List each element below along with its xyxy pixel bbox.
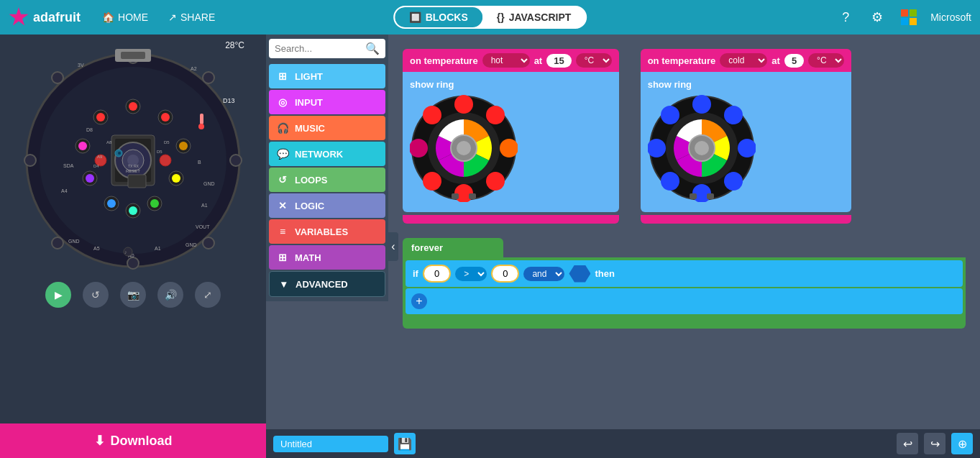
add-statement-button[interactable]: + <box>411 293 427 309</box>
tool-input-button[interactable]: ◎ INPUT <box>269 90 385 114</box>
redo-button[interactable]: ↪ <box>924 433 945 454</box>
share-icon: ↗ <box>168 12 177 23</box>
svg-text:D5: D5 <box>164 140 170 145</box>
hot-block-header: on temperature hot warm cold at 15 °C °F <box>403 49 619 72</box>
cold-unit-dropdown[interactable]: °C °F <box>808 53 844 68</box>
svg-text:A9: A9 <box>97 155 103 159</box>
variables-icon: ≡ <box>276 225 289 238</box>
blocks-area: on temperature hot warm cold at 15 °C °F… <box>403 49 966 224</box>
tool-light-button[interactable]: ⊞ LIGHT <box>269 64 385 88</box>
svg-text:GND: GND <box>186 242 197 247</box>
tool-network-button[interactable]: 💬 NETWORK <box>269 142 385 166</box>
home-nav-item[interactable]: 🏠 HOME <box>95 9 155 26</box>
svg-point-71 <box>454 95 473 114</box>
hot-condition-dropdown[interactable]: hot warm cold <box>482 53 530 68</box>
svg-point-9 <box>52 72 63 83</box>
svg-point-55 <box>118 152 121 155</box>
if-value1: 0 <box>423 265 451 283</box>
svg-point-78 <box>423 106 441 124</box>
cold-block-header: on temperature cold hot warm at 5 °C °F <box>641 49 851 72</box>
svg-point-88 <box>724 172 743 191</box>
hot-show-ring-block: show ring <box>403 72 619 212</box>
svg-rect-82 <box>469 193 476 199</box>
svg-text:A5: A5 <box>93 246 100 251</box>
tool-advanced-label: ADVANCED <box>296 279 348 290</box>
svg-point-18 <box>161 113 170 122</box>
main-layout: 28°C D13 3V A2 <box>0 35 980 458</box>
tool-advanced-button[interactable]: ▾ ADVANCED <box>269 271 385 297</box>
search-input[interactable] <box>275 43 362 54</box>
svg-point-77 <box>410 139 428 157</box>
and-dropdown[interactable]: and or <box>523 267 564 281</box>
svg-text:SDA: SDA <box>63 163 74 168</box>
search-box[interactable]: 🔍 <box>269 39 385 58</box>
tab-group: 🔲 BLOCKS {} JAVASCRIPT <box>393 6 587 29</box>
svg-point-90 <box>661 172 679 191</box>
share-nav-item[interactable]: ↗ SHARE <box>161 9 222 26</box>
loops-icon: ↺ <box>276 173 289 186</box>
svg-rect-96 <box>707 193 714 199</box>
tool-music-button[interactable]: 🎧 MUSIC <box>269 116 385 140</box>
svg-text:3V: 3V <box>78 63 84 68</box>
help-icon[interactable]: ? <box>835 7 856 27</box>
play-button[interactable]: ▶ <box>45 282 71 308</box>
svg-text:D5: D5 <box>157 150 162 154</box>
forever-footer <box>403 317 966 329</box>
tab-group-container: 🔲 BLOCKS {} JAVASCRIPT <box>393 6 587 29</box>
download-button[interactable]: ⬇ Download <box>0 423 266 458</box>
svg-text:A1: A1 <box>201 203 208 208</box>
tool-loops-button[interactable]: ↺ LOOPS <box>269 168 385 192</box>
collapse-toolbox-button[interactable]: ‹ <box>388 232 398 261</box>
save-project-button[interactable]: 💾 <box>394 433 416 454</box>
restart-button[interactable]: ↺ <box>83 282 109 308</box>
hot-block-label: on temperature <box>410 55 478 66</box>
svg-text:GND: GND <box>68 239 80 244</box>
sound-button[interactable]: 🔊 <box>157 282 183 308</box>
math-icon: ⊞ <box>276 251 289 264</box>
tool-logic-button[interactable]: ✕ LOGIC <box>269 193 385 218</box>
share-label: SHARE <box>180 12 215 23</box>
download-label: Download <box>111 434 173 449</box>
zoom-fit-button[interactable]: ⊕ <box>951 433 973 454</box>
svg-point-72 <box>486 106 505 124</box>
svg-point-41 <box>160 155 171 166</box>
music-icon: 🎧 <box>276 122 289 134</box>
if-label: if <box>413 268 418 279</box>
project-name-input[interactable]: Untitled <box>273 436 388 452</box>
svg-point-6 <box>127 257 139 269</box>
tool-math-button[interactable]: ⊞ MATH <box>269 245 385 270</box>
cold-block-footer <box>641 215 851 224</box>
bottom-bar: Untitled 💾 ↩ ↪ ⊕ <box>266 429 980 458</box>
tool-variables-button[interactable]: ≡ VARIABLES <box>269 219 385 244</box>
operator-dropdown[interactable]: > < = <box>455 267 487 281</box>
svg-point-34 <box>96 113 105 122</box>
tool-variables-label: VARIABLES <box>295 226 348 237</box>
cold-condition-dropdown[interactable]: cold hot warm <box>720 53 767 68</box>
svg-text:♪: ♪ <box>124 249 127 255</box>
ms-yellow-square <box>910 18 917 25</box>
js-icon: {} <box>497 12 505 23</box>
logo[interactable]: adafruit <box>9 7 81 27</box>
workspace[interactable]: on temperature hot warm cold at 15 °C °F… <box>388 35 980 458</box>
fullscreen-button[interactable]: ⤢ <box>195 282 221 308</box>
tab-blocks[interactable]: 🔲 BLOCKS <box>395 7 482 27</box>
tab-javascript[interactable]: {} JAVASCRIPT <box>482 7 586 27</box>
svg-point-92 <box>661 106 679 124</box>
svg-point-73 <box>500 139 518 157</box>
undo-button[interactable]: ↩ <box>897 433 918 454</box>
svg-point-89 <box>692 184 711 202</box>
home-icon: 🏠 <box>102 12 114 23</box>
download-icon: ⬇ <box>94 433 105 449</box>
bottom-right-controls: ↩ ↪ ⊕ <box>897 433 973 454</box>
screenshot-button[interactable]: 📷 <box>120 282 146 308</box>
network-icon: 💬 <box>276 147 289 160</box>
settings-icon[interactable]: ⚙ <box>867 7 887 27</box>
hot-block-footer <box>403 215 619 224</box>
svg-point-16 <box>129 102 137 111</box>
logo-text: adafruit <box>33 10 81 25</box>
svg-point-57 <box>198 124 204 129</box>
svg-rect-14 <box>121 52 145 59</box>
microsoft-label: Microsoft <box>930 12 971 23</box>
cold-show-ring-label: show ring <box>648 79 844 90</box>
hot-unit-dropdown[interactable]: °C °F <box>576 53 612 68</box>
